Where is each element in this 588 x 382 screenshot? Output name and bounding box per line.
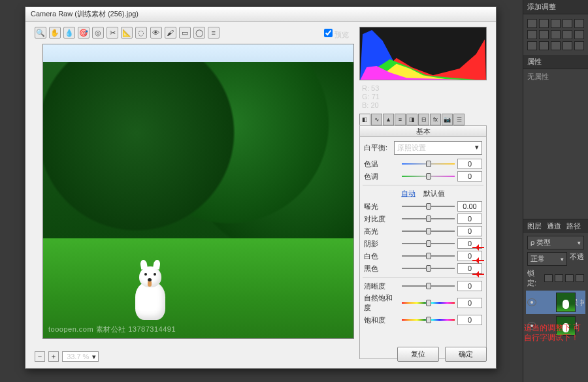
adjustments-panel: R: 53 G: 71 B: 20 ◧ ∿ ▲ ≡ ◨ ⊟ fx 📷 ☰ 基本 … [359, 27, 487, 340]
tab-paths[interactable]: 路径 [566, 221, 581, 231]
contrast-slider[interactable] [402, 215, 455, 222]
lock-pixels-icon[interactable] [555, 274, 563, 282]
clarity-slider[interactable] [402, 283, 455, 289]
visibility-icon[interactable] [527, 298, 536, 306]
readout-g: G: 71 [362, 93, 484, 101]
dialog-title: Camera Raw (训练素材 (256).jpg) [31, 10, 139, 18]
tab-curve-icon[interactable]: ∿ [371, 114, 382, 125]
tab-presets-icon[interactable]: ☰ [453, 114, 465, 125]
properties-body: 无属性 [523, 69, 588, 84]
ok-button[interactable]: 确定 [445, 347, 487, 362]
spot-removal-icon[interactable]: ◌ [135, 27, 147, 39]
adj-icon[interactable] [551, 19, 561, 28]
tint-slider[interactable] [402, 173, 455, 180]
annotation-arrow-icon [472, 257, 487, 264]
zoom-controls: − + 33.7 % [35, 351, 99, 362]
adj-icon[interactable] [551, 41, 561, 50]
adj-icon[interactable] [574, 41, 584, 50]
contrast-value[interactable]: 0 [457, 214, 482, 224]
zoom-tool-icon[interactable]: 🔍 [35, 27, 46, 39]
adj-icon[interactable] [563, 41, 572, 50]
whites-slider[interactable] [402, 253, 455, 259]
adj-icon[interactable] [527, 41, 537, 50]
slider-label: 饱和度 [364, 315, 399, 325]
adjust-brush-icon[interactable]: 🖌 [165, 27, 176, 39]
adj-icon[interactable] [527, 30, 537, 39]
straighten-tool-icon[interactable]: 📐 [121, 27, 133, 39]
crop-tool-icon[interactable]: ✂ [106, 27, 118, 39]
histogram[interactable] [359, 27, 487, 80]
tab-basic-icon[interactable]: ◧ [359, 114, 370, 125]
tab-camera-icon[interactable]: 📷 [442, 114, 453, 125]
blacks-slider[interactable] [402, 265, 455, 272]
targeted-adjust-icon[interactable]: ◎ [92, 27, 104, 39]
white-balance-dropdown[interactable]: 原照设置 [394, 141, 482, 155]
default-link[interactable]: 默认值 [423, 189, 445, 197]
adj-icon[interactable] [539, 41, 549, 50]
tab-fx-icon[interactable]: fx [430, 114, 441, 125]
lock-position-icon[interactable] [565, 274, 574, 282]
preview-image[interactable]: tooopen.com 素材公社 13787314491 [42, 44, 354, 339]
properties-panel-title: 属性 [523, 55, 588, 69]
highlights-value[interactable]: 0 [457, 226, 482, 236]
temp-value[interactable]: 0 [457, 159, 482, 169]
vibrance-value[interactable]: 0 [457, 298, 482, 308]
adj-icon[interactable] [563, 30, 572, 39]
preview-checkbox[interactable]: 预览 [324, 29, 349, 40]
slider-label: 曝光 [364, 202, 399, 212]
tab-lens-icon[interactable]: ⊟ [418, 114, 429, 125]
dog-subject [130, 255, 171, 320]
dialog-buttons: 复位 确定 [393, 347, 487, 362]
exposure-slider[interactable] [402, 203, 455, 210]
grad-filter-icon[interactable]: ▭ [179, 27, 191, 39]
auto-link[interactable]: 自动 [401, 189, 416, 197]
saturation-value[interactable]: 0 [457, 315, 482, 325]
layer-kind-dropdown[interactable]: ρ 类型 [527, 236, 584, 249]
zoom-in-button[interactable]: + [48, 351, 59, 362]
readout-r: R: 53 [362, 84, 484, 93]
tab-hsl-icon[interactable]: ≡ [395, 114, 406, 125]
tab-detail-icon[interactable]: ▲ [383, 114, 394, 125]
blend-mode-dropdown[interactable]: 正常 [527, 252, 567, 266]
tab-layers[interactable]: 图层 [527, 221, 542, 231]
saturation-slider[interactable] [402, 317, 455, 323]
zoom-out-button[interactable]: − [35, 351, 45, 362]
redeye-tool-icon[interactable]: 👁 [150, 27, 162, 39]
preview-checkbox-input[interactable] [324, 29, 333, 37]
adjustments-panel [523, 14, 588, 55]
tab-split-icon[interactable]: ◨ [406, 114, 417, 125]
zoom-level-dropdown[interactable]: 33.7 % [62, 351, 99, 362]
adj-icon[interactable] [539, 19, 549, 28]
radial-filter-icon[interactable]: ◯ [193, 27, 205, 39]
layers-panel: 图层 通道 路径 ρ 类型 正常 不透 锁定: 背景 拷贝 [523, 219, 588, 382]
dialog-titlebar[interactable]: Camera Raw (训练素材 (256).jpg) [25, 7, 496, 22]
temp-slider[interactable] [402, 161, 455, 167]
color-sampler-icon[interactable]: 🎯 [78, 27, 90, 39]
reset-button[interactable]: 复位 [397, 347, 439, 362]
adj-icon[interactable] [551, 30, 561, 39]
wb-tool-icon[interactable]: 💧 [63, 27, 75, 39]
adj-icon[interactable] [574, 30, 584, 39]
vibrance-slider[interactable] [402, 300, 455, 306]
lock-all-icon[interactable] [576, 274, 584, 282]
layer-row[interactable]: 背景 拷贝 [526, 291, 585, 314]
shadows-slider[interactable] [402, 240, 455, 247]
clarity-value[interactable]: 0 [457, 281, 482, 291]
adj-icon[interactable] [563, 19, 572, 28]
slider-label: 对比度 [364, 214, 399, 224]
tab-channels[interactable]: 通道 [547, 221, 561, 231]
lock-row: 锁定: [523, 268, 588, 291]
readout-b: B: 20 [362, 101, 484, 110]
slider-label: 色温 [364, 159, 399, 169]
tint-value[interactable]: 0 [457, 171, 482, 182]
adj-icon[interactable] [539, 30, 549, 39]
prefs-icon[interactable]: ≡ [208, 27, 220, 39]
lock-transparent-icon[interactable] [544, 274, 553, 282]
watermark-text: tooopen.com 素材公社 13787314491 [48, 325, 176, 334]
adj-icon[interactable] [527, 19, 537, 28]
highlights-slider[interactable] [402, 228, 455, 234]
layer-thumb [556, 293, 576, 312]
exposure-value[interactable]: 0.00 [457, 201, 482, 212]
hand-tool-icon[interactable]: ✋ [49, 27, 61, 39]
adj-icon[interactable] [574, 19, 584, 28]
